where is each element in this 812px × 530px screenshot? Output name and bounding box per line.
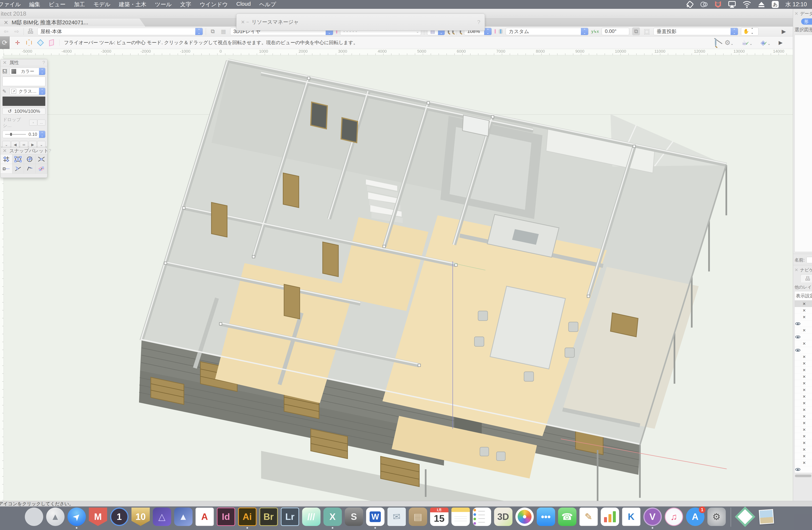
dock-item-safari[interactable]: ➤ — [68, 507, 86, 529]
forward-button[interactable]: ⇨ — [13, 28, 20, 34]
dropshadow-more-button[interactable]: … — [37, 120, 45, 126]
snap-object-icon[interactable] — [12, 154, 24, 164]
vectorworks-icon[interactable] — [686, 1, 693, 8]
unified-view-icon[interactable] — [499, 29, 503, 34]
hidden-x-icon[interactable]: × — [801, 414, 807, 419]
plane-mode-icon[interactable] — [495, 30, 496, 33]
app-store-icon[interactable]: A1 — [686, 507, 705, 526]
pen-style-dropdown[interactable]: ↗ クラス… ⌃⌄ — [10, 88, 45, 95]
nav-classes-tab[interactable]: 品 — [800, 274, 812, 282]
layer-row[interactable] — [795, 334, 812, 340]
dock-item-system-preferences[interactable]: ⚙ — [707, 507, 726, 526]
dock-item-scrivener[interactable]: S — [345, 507, 363, 526]
attributes-help-icon[interactable]: ? — [42, 60, 45, 66]
calendar-icon[interactable]: 1月15 — [430, 507, 448, 526]
mcafee-menu-icon[interactable] — [715, 1, 721, 8]
partial-app-icon[interactable] — [25, 507, 43, 526]
layer-row[interactable] — [795, 466, 812, 473]
layer-row[interactable]: × — [795, 406, 812, 413]
menu-clock[interactable]: 水 12:10 — [785, 1, 807, 8]
slashes-app-icon[interactable]: /// — [302, 507, 320, 526]
dock-item-bridge[interactable]: Br — [259, 507, 278, 526]
dock-item-calendar[interactable]: 1月15 — [430, 507, 448, 526]
current-view-dropdown[interactable]: カスタム⌃⌄ — [506, 28, 589, 35]
dock-item-partial-app[interactable] — [25, 507, 43, 526]
layer-row[interactable]: × — [795, 387, 812, 393]
dock-item-acrobat[interactable]: A — [195, 507, 214, 526]
flyover-tool-icon[interactable]: ⟳ — [0, 37, 10, 49]
menu-item-7[interactable]: 文字 — [180, 1, 191, 8]
dock-item-pages[interactable]: ✎ — [579, 507, 598, 526]
dock-item-photo-file[interactable] — [757, 507, 775, 526]
keynote-icon[interactable]: K — [622, 507, 640, 526]
dock-item-vectorworks-file[interactable] — [736, 507, 754, 526]
dock-item-indesign[interactable]: Id — [217, 507, 235, 526]
hidden-x-icon[interactable]: × — [801, 314, 807, 320]
menu-item-5[interactable]: 建築・土木 — [119, 1, 146, 8]
layer-row[interactable]: × — [795, 393, 812, 400]
menu-item-3[interactable]: 加工 — [74, 1, 85, 8]
layer-row[interactable]: × — [795, 307, 812, 314]
snap-smart-point-icon[interactable] — [1, 164, 12, 173]
resource-manager-titlebar[interactable]: ✕ − リソースマネージャ ? — [236, 14, 485, 30]
center-mode-icon[interactable]: ✛ — [15, 39, 20, 46]
facetime-icon[interactable]: ☎ — [558, 507, 577, 526]
nav-horizontal-scrollbar[interactable] — [795, 475, 811, 477]
dock-item-vectorworks-viewer[interactable]: V — [643, 507, 662, 529]
contacts-icon[interactable]: ▤ — [409, 507, 427, 526]
class-tree-icon[interactable]: 品 — [27, 28, 34, 35]
wifi-icon[interactable] — [743, 1, 751, 8]
opacity-slider[interactable] — [5, 134, 26, 135]
layer-row[interactable]: × — [795, 427, 812, 433]
layer-row[interactable]: × — [795, 360, 812, 367]
rm-window-controls[interactable]: ✕ − — [241, 19, 249, 25]
grid-icon[interactable]: ▦ — [220, 28, 227, 34]
layer-row[interactable]: × — [795, 433, 812, 440]
dock-item-facetime[interactable]: ☎ — [558, 507, 577, 526]
snap-close-icon[interactable]: ✕ — [3, 148, 7, 154]
dock-item-word[interactable]: W — [366, 507, 385, 529]
hidden-x-icon[interactable]: × — [801, 387, 807, 393]
tool-preferences-icon[interactable]: ⚙⌄ — [724, 39, 734, 46]
airplay-icon[interactable] — [728, 1, 736, 8]
snap-smart-edge-icon[interactable] — [24, 164, 36, 173]
visible-eye-icon[interactable] — [795, 349, 800, 352]
dock-item-x-app[interactable]: X — [323, 507, 342, 529]
dock-item-messages[interactable]: ••• — [537, 507, 555, 526]
projection-dropdown[interactable]: 垂直投影⌃⌄ — [653, 28, 738, 35]
layer-row[interactable]: × — [795, 440, 812, 446]
dock-item-shield-10[interactable]: 10 — [131, 507, 150, 526]
dock-item-capture-one[interactable]: 1 — [110, 507, 129, 526]
menu-item-9[interactable]: Cloud — [236, 1, 251, 8]
rotation-angle-field[interactable]: 0.00° — [601, 28, 629, 35]
snap-distance-icon[interactable] — [12, 164, 24, 173]
visibility-column-header[interactable]: 表示設定 — [795, 291, 812, 301]
nav-palette-close-icon[interactable]: ✕ — [795, 267, 798, 273]
dock-item-prism-app[interactable]: ▲ — [174, 507, 192, 526]
ime-icon[interactable]: あ — [772, 1, 779, 8]
layer-row[interactable]: × — [795, 460, 812, 466]
messages-icon[interactable]: ••• — [537, 507, 555, 526]
hidden-x-icon[interactable]: × — [801, 380, 807, 386]
pages-icon[interactable]: ✎ — [579, 507, 598, 526]
numbers-icon[interactable] — [601, 507, 619, 526]
object-center-mode-icon[interactable] — [26, 40, 32, 46]
eject-icon[interactable] — [758, 1, 765, 8]
menu-item-2[interactable]: ビュー — [49, 1, 66, 8]
dock-item-illustrator[interactable]: Ai — [238, 507, 257, 529]
vectorworks-viewer-icon[interactable]: V — [643, 507, 662, 526]
dock-item-slashes-app[interactable]: /// — [302, 507, 320, 526]
hidden-x-icon[interactable]: × — [801, 394, 807, 400]
indesign-icon[interactable]: Id — [217, 507, 235, 526]
dock-item-mcafee[interactable]: M — [89, 507, 107, 526]
scrivener-icon[interactable]: S — [345, 507, 363, 526]
creative-cloud-icon[interactable] — [700, 1, 708, 8]
reminders-icon[interactable] — [473, 507, 491, 526]
back-button[interactable]: ⇦ — [2, 28, 10, 34]
lightroom-icon[interactable]: Lr — [281, 507, 299, 526]
hidden-x-icon[interactable]: × — [801, 440, 807, 446]
line-thickness-button[interactable]: ↺ 100%/100% — [2, 108, 45, 114]
no-magnify-icon[interactable] — [715, 39, 716, 46]
tab-close-icon[interactable]: ✕ — [4, 19, 8, 26]
layer-row[interactable]: × — [795, 301, 812, 307]
